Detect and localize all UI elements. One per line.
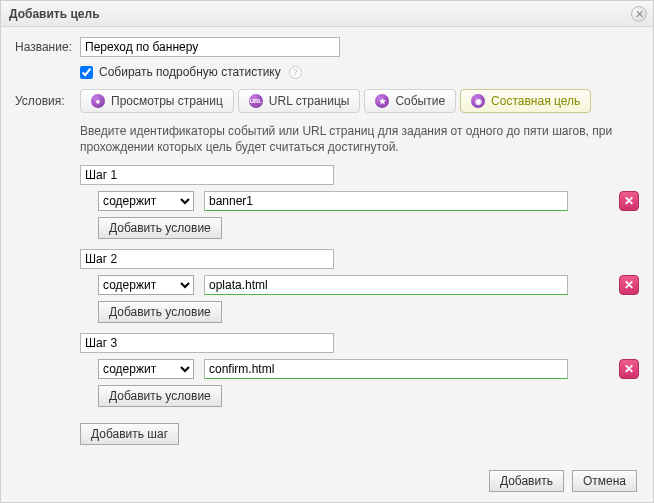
condition-value-input[interactable] <box>204 191 568 211</box>
add-step-button[interactable]: Добавить шаг <box>80 423 179 445</box>
step-name-input[interactable] <box>80 333 334 353</box>
tab-page-views[interactable]: ● Просмотры страниц <box>80 89 234 113</box>
name-row: Название: <box>15 37 639 57</box>
step-name-input[interactable] <box>80 249 334 269</box>
match-select-wrap: содержит <box>98 275 194 295</box>
step-block: содержит ✕ Добавить условие <box>80 165 639 239</box>
conditions-label: Условия: <box>15 94 80 108</box>
collect-stats-row: Собирать подробную статистику ? <box>80 65 639 79</box>
tab-label: Просмотры страниц <box>111 94 223 108</box>
tab-composite-goal[interactable]: ◉ Составная цель <box>460 89 591 113</box>
event-icon: ★ <box>375 94 389 108</box>
step-block: содержит ✕ Добавить условие <box>80 249 639 323</box>
tab-url[interactable]: URL URL страницы <box>238 89 361 113</box>
content-area: Введите идентификаторы событий или URL с… <box>80 123 639 445</box>
match-select-wrap: содержит <box>98 359 194 379</box>
match-select[interactable]: содержит <box>98 275 194 295</box>
composite-icon: ◉ <box>471 94 485 108</box>
tabs: ● Просмотры страниц URL URL страницы ★ С… <box>80 89 639 113</box>
close-icon[interactable]: ✕ <box>631 6 647 22</box>
cancel-button[interactable]: Отмена <box>572 470 637 492</box>
condition-value-input[interactable] <box>204 275 568 295</box>
url-icon: URL <box>249 94 263 108</box>
step-name-input[interactable] <box>80 165 334 185</box>
step-block: содержит ✕ Добавить условие <box>80 333 639 407</box>
condition-value-input[interactable] <box>204 359 568 379</box>
collect-stats-label: Собирать подробную статистику <box>99 65 281 79</box>
page-views-icon: ● <box>91 94 105 108</box>
add-condition-button[interactable]: Добавить условие <box>98 217 222 239</box>
submit-button[interactable]: Добавить <box>489 470 564 492</box>
match-select-wrap: содержит <box>98 191 194 211</box>
tab-label: Событие <box>395 94 445 108</box>
condition-row: содержит ✕ <box>98 191 639 211</box>
remove-condition-button[interactable]: ✕ <box>619 359 639 379</box>
condition-row: содержит ✕ <box>98 275 639 295</box>
description-text: Введите идентификаторы событий или URL с… <box>80 123 639 155</box>
remove-condition-button[interactable]: ✕ <box>619 275 639 295</box>
tab-event[interactable]: ★ Событие <box>364 89 456 113</box>
dialog-footer: Добавить Отмена <box>489 470 637 492</box>
tab-label: URL страницы <box>269 94 350 108</box>
dialog-header: Добавить цель <box>1 1 653 27</box>
match-select[interactable]: содержит <box>98 359 194 379</box>
add-condition-button[interactable]: Добавить условие <box>98 301 222 323</box>
condition-row: содержит ✕ <box>98 359 639 379</box>
help-icon[interactable]: ? <box>289 66 302 79</box>
remove-condition-button[interactable]: ✕ <box>619 191 639 211</box>
conditions-row: Условия: ● Просмотры страниц URL URL стр… <box>15 89 639 113</box>
name-input[interactable] <box>80 37 340 57</box>
name-label: Название: <box>15 40 80 54</box>
match-select[interactable]: содержит <box>98 191 194 211</box>
collect-stats-checkbox[interactable] <box>80 66 93 79</box>
goal-dialog: Добавить цель ✕ Название: Собирать подро… <box>0 0 654 503</box>
add-condition-button[interactable]: Добавить условие <box>98 385 222 407</box>
tab-label: Составная цель <box>491 94 580 108</box>
dialog-body: Название: Собирать подробную статистику … <box>1 27 653 459</box>
dialog-title: Добавить цель <box>9 7 100 21</box>
